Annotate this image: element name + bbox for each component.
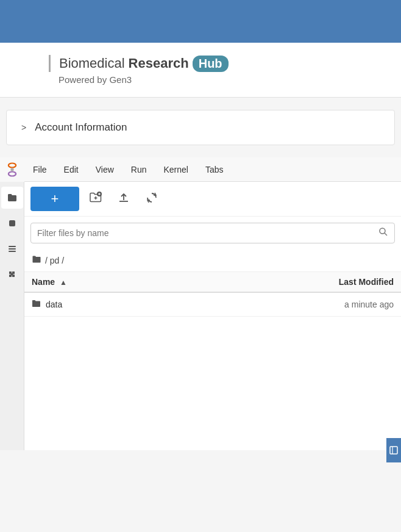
svg-point-1 xyxy=(9,171,16,176)
menu-tabs[interactable]: Tabs xyxy=(197,157,232,182)
sidebar-folder-icon[interactable] xyxy=(1,187,23,209)
main-layout: + xyxy=(0,182,401,450)
menu-run[interactable]: Run xyxy=(122,157,155,182)
svg-rect-5 xyxy=(9,248,16,250)
logo-separator xyxy=(49,55,51,72)
menu-kernel[interactable]: Kernel xyxy=(155,157,196,182)
logo-area: Biomedical Research Hub Powered by Gen3 xyxy=(0,43,401,98)
menu-file[interactable]: File xyxy=(24,157,55,182)
logo-powered-by: Powered by Gen3 xyxy=(49,74,352,85)
file-toolbar: + xyxy=(24,182,401,217)
breadcrumb: / pd / xyxy=(24,250,401,272)
left-sidebar xyxy=(0,182,24,450)
search-input[interactable] xyxy=(37,228,378,238)
row-folder-icon xyxy=(32,299,41,310)
sidebar-list-icon[interactable] xyxy=(1,238,23,260)
search-wrapper[interactable] xyxy=(30,223,395,243)
content-area: + xyxy=(24,182,401,450)
svg-rect-6 xyxy=(9,251,16,252)
sidebar-stop-icon[interactable] xyxy=(1,212,23,234)
col-header-name[interactable]: Name ▲ xyxy=(24,272,232,292)
search-container xyxy=(24,217,401,250)
svg-line-15 xyxy=(385,233,387,235)
file-table: Name ▲ Last Modified xyxy=(24,272,401,317)
account-section[interactable]: > Account Information xyxy=(6,110,395,145)
menu-edit[interactable]: Edit xyxy=(55,157,87,182)
table-row[interactable]: data a minute ago xyxy=(24,292,401,317)
menu-bar: File Edit View Run Kernel Tabs xyxy=(0,157,401,182)
table-header-row: Name ▲ Last Modified xyxy=(24,272,401,292)
sort-arrow-icon: ▲ xyxy=(60,278,67,287)
logo-hub-badge: Hub xyxy=(193,56,229,72)
new-file-button[interactable]: + xyxy=(30,187,79,211)
upload-button[interactable] xyxy=(112,187,135,211)
file-name-cell: data xyxy=(24,292,232,317)
svg-point-14 xyxy=(380,228,385,234)
breadcrumb-folder-icon xyxy=(32,254,41,267)
breadcrumb-path: / pd / xyxy=(45,256,64,265)
search-icon xyxy=(378,227,388,239)
logo-normal-text: Biomedical xyxy=(59,56,125,71)
account-row[interactable]: > Account Information xyxy=(21,121,380,134)
file-name: data xyxy=(46,300,62,309)
logo-bold-text: Research xyxy=(129,56,189,71)
sidebar-puzzle-icon[interactable] xyxy=(1,264,23,286)
file-modified-cell: a minute ago xyxy=(232,292,401,317)
menu-view[interactable]: View xyxy=(87,157,122,182)
jupyter-logo-svg xyxy=(4,161,21,178)
new-folder-button[interactable] xyxy=(84,187,107,211)
account-label: Account Information xyxy=(35,121,127,134)
svg-rect-3 xyxy=(9,220,15,226)
svg-rect-16 xyxy=(390,447,397,454)
jupyter-panel: File Edit View Run Kernel Tabs xyxy=(0,157,401,450)
refresh-button[interactable] xyxy=(140,187,163,211)
chevron-right-icon: > xyxy=(21,123,26,132)
menu-items: File Edit View Run Kernel Tabs xyxy=(24,157,232,182)
svg-rect-4 xyxy=(9,246,16,247)
jupyter-logo xyxy=(0,157,24,182)
svg-point-2 xyxy=(10,168,13,171)
top-banner xyxy=(0,0,401,43)
col-header-modified[interactable]: Last Modified xyxy=(232,272,401,292)
svg-point-0 xyxy=(9,163,16,167)
right-panel-tab[interactable] xyxy=(386,438,401,462)
file-row-name: data xyxy=(32,299,224,310)
